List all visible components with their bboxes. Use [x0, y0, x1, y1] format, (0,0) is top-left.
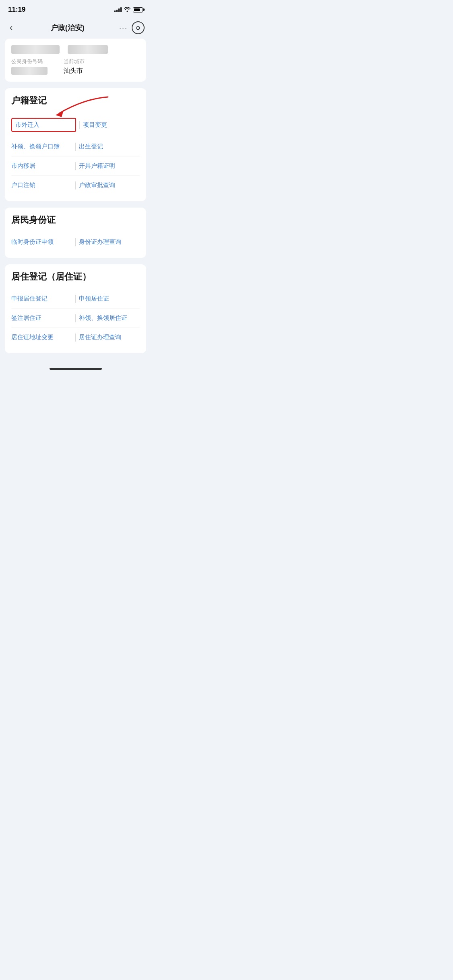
- menu-divider-jz1: [75, 295, 76, 303]
- menu-divider-3: [75, 162, 76, 170]
- menu-grid-shenfenzheng: 临时身份证申领 身份证办理查询: [11, 233, 140, 251]
- menu-grid-juzhu: 申报居住登记 申领居住证 签注居住证 补领、换领居住证 居住证地址变更 居住证办…: [11, 289, 140, 347]
- menu-divider-jz2: [75, 314, 76, 322]
- nav-bar: ‹ 户政(治安) ··· ⊙: [0, 17, 151, 39]
- menu-item-shiwaiqianru[interactable]: 市外迁入: [11, 118, 76, 132]
- menu-row-2: 补领、换领户口簿 出生登记: [11, 137, 140, 156]
- id-label: 公民身份号码: [11, 58, 48, 65]
- section-title-juzhu: 居住登记（居住证）: [11, 271, 140, 283]
- city-field: 当前城市 汕头市: [64, 58, 85, 75]
- menu-item-qianzhu-juzhuzheng[interactable]: 签注居住证: [11, 313, 72, 323]
- menu-item-juzhuzheng-dizhi[interactable]: 居住证地址变更: [11, 333, 72, 342]
- menu-divider-sfz: [75, 238, 76, 246]
- menu-item-shenling-juzhuzheng[interactable]: 申领居住证: [79, 294, 140, 303]
- id-field: 公民身份号码: [11, 58, 48, 75]
- camera-button[interactable]: ⊙: [132, 21, 145, 34]
- nav-actions: ··· ⊙: [119, 21, 145, 34]
- section-title-huji: 户籍登记: [11, 95, 140, 107]
- menu-item-shineiyi[interactable]: 市内移居: [11, 161, 72, 171]
- content: 公民身份号码 当前城市 汕头市 户籍登记 市外迁入: [0, 39, 151, 353]
- section-huji: 户籍登记 市外迁入 项目变更 补领、换领户口簿 出生登记: [5, 88, 146, 201]
- menu-row-3: 市内移居 开具户籍证明: [11, 156, 140, 176]
- menu-item-juzhuzheng-banli[interactable]: 居住证办理查询: [79, 333, 140, 342]
- user-fields: 公民身份号码 当前城市 汕头市: [11, 58, 140, 75]
- status-bar: 11:19: [0, 0, 151, 17]
- camera-icon: ⊙: [136, 25, 141, 31]
- menu-row-1: 市外迁入 项目变更: [11, 113, 140, 137]
- back-button[interactable]: ‹: [6, 21, 16, 35]
- battery-icon: [133, 7, 143, 12]
- menu-divider-4: [75, 181, 76, 189]
- wifi-icon: [124, 6, 130, 13]
- user-card: 公民身份号码 当前城市 汕头市: [5, 39, 146, 82]
- blurred-id-partial: [68, 45, 108, 54]
- page-title: 户政(治安): [51, 23, 85, 33]
- home-bar: [50, 368, 102, 370]
- menu-divider-2: [75, 143, 76, 151]
- section-juzhu: 居住登记（居住证） 申报居住登记 申领居住证 签注居住证 补领、换领居住证 居住…: [5, 264, 146, 353]
- menu-item-xiangmubiangeng[interactable]: 项目变更: [83, 120, 140, 130]
- city-label: 当前城市: [64, 58, 85, 65]
- menu-item-buling-juzhuzheng[interactable]: 补领、换领居住证: [79, 313, 140, 323]
- menu-item-kaihu-zhenming[interactable]: 开具户籍证明: [79, 161, 140, 171]
- user-blurred-row: [11, 45, 140, 54]
- blurred-id: [11, 67, 48, 75]
- status-icons: [114, 6, 143, 13]
- menu-divider-jz3: [75, 334, 76, 342]
- home-indicator: [0, 360, 151, 374]
- section-shenfenzheng: 居民身份证 临时身份证申领 身份证办理查询: [5, 208, 146, 258]
- signal-icon: [114, 7, 122, 12]
- menu-grid-huji: 市外迁入 项目变更 补领、换领户口簿 出生登记 市内移居 开具户籍证明 户口注销…: [11, 113, 140, 195]
- section-title-shenfenzheng: 居民身份证: [11, 214, 140, 226]
- menu-item-chushengdengji[interactable]: 出生登记: [79, 142, 140, 151]
- menu-item-hukou-zhuxiao[interactable]: 户口注销: [11, 181, 72, 190]
- blurred-name: [11, 45, 60, 54]
- more-button[interactable]: ···: [119, 24, 128, 32]
- menu-item-buling-huokobu[interactable]: 补领、换领户口簿: [11, 142, 72, 151]
- menu-divider: [79, 121, 80, 129]
- menu-item-shenfenzheng-banli[interactable]: 身份证办理查询: [79, 237, 140, 247]
- status-time: 11:19: [8, 6, 25, 14]
- city-value: 汕头市: [64, 67, 85, 75]
- menu-row-jz-1: 申报居住登记 申领居住证: [11, 289, 140, 309]
- menu-row-4: 户口注销 户政审批查询: [11, 176, 140, 195]
- menu-item-shenbao-juzhu[interactable]: 申报居住登记: [11, 294, 72, 303]
- menu-item-linshi-shenfenzheng[interactable]: 临时身份证申领: [11, 237, 72, 247]
- menu-row-sfz-1: 临时身份证申领 身份证办理查询: [11, 233, 140, 251]
- menu-row-jz-2: 签注居住证 补领、换领居住证: [11, 309, 140, 328]
- menu-row-jz-3: 居住证地址变更 居住证办理查询: [11, 328, 140, 347]
- menu-item-huzheng-shenpichaxun[interactable]: 户政审批查询: [79, 181, 140, 190]
